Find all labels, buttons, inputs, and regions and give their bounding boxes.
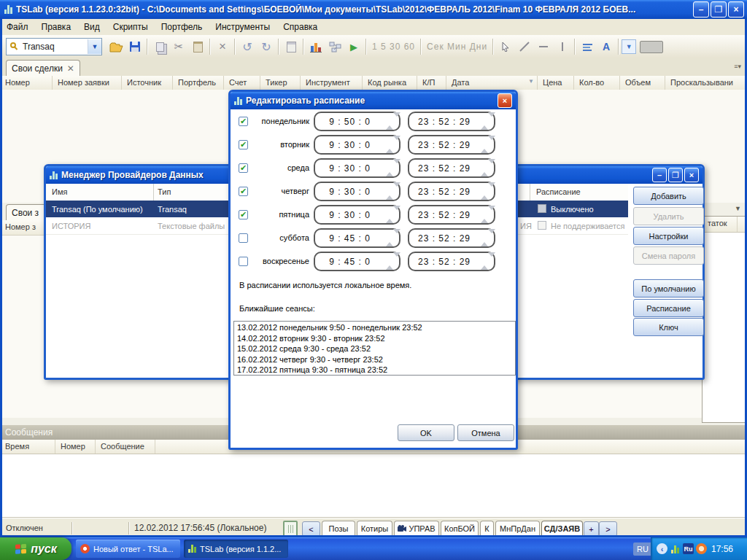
spinner-down-icon[interactable] — [488, 159, 495, 172]
spinner-down-icon[interactable] — [393, 112, 400, 125]
start-time-spinner[interactable]: 9 : 45 : 0 — [314, 252, 400, 271]
spinner-down-icon[interactable] — [393, 252, 400, 265]
spinner-down-icon[interactable] — [393, 182, 400, 195]
redo-icon[interactable]: ↻ — [257, 37, 276, 56]
schedule-button[interactable]: Расписание — [633, 299, 704, 317]
close-icon[interactable]: × — [684, 168, 699, 182]
spinner-down-icon[interactable] — [488, 229, 495, 242]
browser-tray-icon[interactable] — [696, 543, 707, 554]
spinner-down-icon[interactable] — [488, 206, 495, 219]
column-header[interactable]: Проскальзывани — [665, 76, 747, 90]
end-time-spinner[interactable]: 23 : 52 : 29 — [408, 252, 495, 271]
spinner-up-icon[interactable] — [481, 210, 488, 223]
spinner-down-icon[interactable] — [393, 136, 400, 149]
ok-button[interactable]: OK — [398, 424, 454, 441]
interval-buttons[interactable]: 1 5 30 60 — [369, 42, 418, 52]
spinner-up-icon[interactable] — [386, 233, 393, 246]
column-header[interactable]: Тип — [158, 187, 171, 196]
task-tslab-button[interactable]: TSLab (версия 1.1.2... — [184, 540, 288, 558]
tslab-tray-icon[interactable] — [670, 545, 681, 553]
journal-icon[interactable] — [283, 521, 298, 537]
close-icon[interactable]: × — [498, 93, 512, 108]
end-time-spinner[interactable]: 23 : 52 : 29 — [408, 228, 495, 248]
start-time-spinner[interactable]: 9 : 45 : 0 — [314, 228, 400, 248]
spinner-down-icon[interactable] — [393, 229, 400, 242]
color-swatch[interactable] — [640, 41, 663, 53]
bottom-tab-k[interactable]: К — [480, 521, 494, 536]
label-icon[interactable]: A — [597, 37, 616, 56]
spinner-up-icon[interactable] — [481, 163, 488, 176]
upcoming-sessions-list[interactable]: 13.02.2012 понедельник 9:50 - понедельни… — [233, 321, 516, 376]
paste-icon[interactable] — [188, 37, 207, 56]
schedule-checkbox[interactable] — [538, 221, 546, 230]
end-time-spinner[interactable]: 23 : 52 : 29 — [408, 135, 495, 155]
tab-trades[interactable]: Свои сделки ✕ — [6, 60, 80, 76]
start-time-spinner[interactable]: 9 : 50 : 0 — [314, 112, 400, 131]
column-header[interactable]: Объем — [620, 76, 665, 90]
bottom-tab-kotiry[interactable]: Котиры — [357, 521, 392, 536]
settings-button[interactable]: Настройки — [633, 227, 704, 245]
spinner-down-icon[interactable] — [393, 159, 400, 172]
column-header[interactable]: Время — [0, 440, 55, 454]
trend-line-icon[interactable] — [515, 37, 534, 56]
undo-icon[interactable]: ↺ — [238, 37, 257, 56]
schedule-dialog-title-bar[interactable]: Редактировать расписание × — [231, 92, 516, 109]
text-annotation-icon[interactable] — [578, 37, 597, 56]
properties-icon[interactable] — [282, 37, 301, 56]
cancel-button[interactable]: Отмена — [457, 424, 514, 441]
add-provider-button[interactable]: Добавить — [633, 187, 704, 205]
bottom-tab-uprav[interactable]: УПРАВ — [394, 521, 439, 536]
hide-icons-chevron-icon[interactable]: ‹ — [657, 543, 667, 554]
task-browser-button[interactable]: Новый ответ - TSLa... — [76, 540, 180, 558]
column-header[interactable]: К/П — [417, 76, 446, 90]
delete-icon[interactable]: × — [213, 37, 232, 56]
start-button[interactable]: пуск — [0, 537, 71, 560]
menu-scripts[interactable]: Скрипты — [107, 20, 155, 34]
indicator-dropdown-icon[interactable]: ▼ — [622, 39, 636, 54]
default-button[interactable]: По умолчанию — [633, 279, 704, 298]
spinner-up-icon[interactable] — [481, 257, 488, 270]
column-header[interactable]: Инструмент — [301, 76, 363, 90]
bottom-tab-sdzayav[interactable]: СД/ЗАЯВ — [541, 521, 583, 536]
bottom-tab-kopboy[interactable]: КопБОЙ — [441, 521, 479, 536]
start-time-spinner[interactable]: 9 : 30 : 0 — [314, 135, 400, 155]
timeframe-buttons[interactable]: Сек Мин Дни — [424, 42, 490, 52]
end-time-spinner[interactable]: 23 : 52 : 29 — [408, 112, 495, 131]
tab-list-icon[interactable]: ≡▾ — [734, 63, 741, 70]
column-header[interactable]: Счет — [224, 76, 260, 90]
provider-combo[interactable]: Transaq ▼ — [6, 38, 102, 55]
cut-icon[interactable]: ✂ — [169, 37, 188, 56]
start-time-spinner[interactable]: 9 : 30 : 0 — [314, 182, 400, 201]
column-header[interactable]: Источник — [122, 76, 173, 90]
start-time-spinner[interactable]: 9 : 30 : 0 — [314, 205, 400, 225]
menu-portfolio[interactable]: Портфель — [155, 20, 209, 34]
spinner-up-icon[interactable] — [481, 233, 488, 246]
spinner-down-icon[interactable] — [488, 252, 495, 265]
column-header[interactable]: Цена — [538, 76, 574, 90]
save-icon[interactable] — [125, 37, 144, 56]
end-time-spinner[interactable]: 23 : 52 : 29 — [408, 182, 495, 201]
spinner-down-icon[interactable] — [488, 136, 495, 149]
start-time-spinner[interactable]: 9 : 30 : 0 — [314, 158, 400, 178]
key-button[interactable]: Ключ — [633, 318, 704, 336]
menu-tools[interactable]: Инструменты — [209, 20, 276, 34]
cursor-icon[interactable] — [496, 37, 515, 56]
menu-help[interactable]: Справка — [276, 20, 324, 34]
close-icon[interactable]: × — [728, 1, 744, 18]
column-header[interactable]: Код рынка — [363, 76, 417, 90]
spinner-up-icon[interactable] — [481, 117, 488, 130]
chart-icon[interactable] — [306, 37, 325, 56]
change-password-button[interactable]: Смена пароля — [633, 246, 704, 265]
remove-provider-button[interactable]: Удалить — [633, 207, 704, 225]
column-header[interactable]: таток — [703, 217, 738, 232]
spinner-up-icon[interactable] — [386, 140, 393, 153]
open-icon[interactable] — [107, 37, 125, 56]
maximize-icon[interactable]: ❐ — [668, 168, 683, 182]
column-header[interactable]: Расписание — [536, 187, 581, 196]
end-time-spinner[interactable]: 23 : 52 : 29 — [408, 205, 495, 225]
schedule-checkbox[interactable] — [538, 204, 546, 213]
prev-tab-button[interactable]: < — [302, 521, 320, 537]
script-diagram-icon[interactable] — [325, 37, 344, 56]
minimize-icon[interactable]: – — [693, 1, 709, 18]
end-time-spinner[interactable]: 23 : 52 : 29 — [408, 158, 495, 178]
